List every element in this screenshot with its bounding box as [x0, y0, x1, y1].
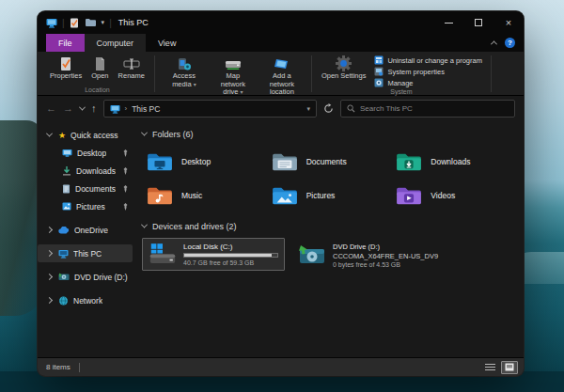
pin-icon [122, 203, 129, 211]
dvd-volume-label: CCCOMA_X64FRE_EN-US_DV9 [333, 252, 438, 260]
sidebar-item-downloads[interactable]: Downloads [38, 162, 133, 180]
local-disk-tile[interactable]: Local Disk (C:) 40.7 GB free of 59.3 GB [142, 238, 285, 271]
this-pc-icon [46, 18, 57, 28]
dvd-drive-icon [298, 244, 326, 267]
quick-access-toolbar: ▾ [70, 18, 105, 28]
access-media-icon [177, 55, 192, 71]
system-small-buttons: Uninstall or change a program System pro… [370, 54, 485, 87]
dvd-free-text: 0 bytes free of 4.53 GB [333, 261, 438, 268]
pin-icon [122, 149, 129, 157]
folder-tile-documents[interactable]: Documents [267, 146, 392, 177]
back-button[interactable]: ← [46, 103, 56, 114]
pictures-sidebar-icon [62, 202, 71, 211]
titlebar-separator2: | [109, 18, 112, 28]
properties-icon [59, 55, 72, 71]
search-input[interactable] [360, 104, 509, 113]
ribbon-group-system: Open Settings Uninstall or change a prog… [313, 54, 490, 95]
tab-file[interactable]: File [46, 34, 85, 52]
address-dropdown-icon[interactable]: ▾ [306, 105, 310, 113]
properties-button[interactable]: Properties [45, 54, 86, 81]
minimize-ribbon-icon[interactable] [491, 40, 497, 47]
qat-customize-caret-icon[interactable]: ▾ [102, 19, 105, 26]
drives-collapse-icon[interactable] [141, 222, 148, 228]
videos-folder-icon [395, 184, 423, 207]
quick-access-expand-icon[interactable] [45, 131, 52, 137]
pin-icon [122, 185, 129, 193]
sidebar-item-onedrive[interactable]: OneDrive [38, 221, 133, 239]
folder-tile-desktop[interactable]: Desktop [142, 146, 267, 177]
new-folder-shortcut-icon[interactable] [85, 18, 96, 27]
disk-usage-bar [183, 253, 278, 258]
downloads-folder-icon [395, 150, 423, 173]
dvd-drive-tile[interactable]: DVD Drive (D:) CCCOMA_X64FRE_EN-US_DV9 0… [298, 238, 438, 271]
add-network-location-button[interactable]: Add a network location [258, 54, 306, 97]
up-button[interactable]: ↑ [91, 103, 97, 114]
desktop-wallpaper: | ▾ | This PC × File Computer View [0, 0, 564, 392]
search-box[interactable] [340, 100, 515, 118]
title-bar[interactable]: | ▾ | This PC × [38, 11, 524, 34]
sidebar-item-this-pc[interactable]: This PC [38, 244, 133, 262]
open-settings-gear-icon [336, 55, 352, 71]
network-expand-icon[interactable] [45, 297, 52, 304]
large-icons-view-button[interactable] [501, 361, 518, 374]
file-explorer-window: | ▾ | This PC × File Computer View [38, 11, 524, 376]
dvd-expand-icon[interactable] [45, 274, 52, 280]
onedrive-icon [58, 227, 70, 234]
open-button[interactable]: Open [86, 54, 113, 81]
pin-icon [122, 167, 129, 175]
desktop-folder-icon [146, 150, 174, 173]
add-network-location-icon [274, 55, 290, 71]
folder-tile-videos[interactable]: Videos [391, 180, 516, 211]
minimize-button[interactable] [433, 11, 463, 34]
tab-view[interactable]: View [146, 34, 188, 52]
open-settings-button[interactable]: Open Settings [317, 54, 371, 81]
pictures-folder-icon [271, 184, 299, 207]
close-button[interactable]: × [494, 11, 524, 34]
access-media-caret-icon: ▾ [194, 82, 196, 87]
this-pc-expand-icon[interactable] [45, 250, 52, 257]
navigation-bar: ← → ↑ › This PC ▾ [38, 96, 524, 121]
ribbon-separator [154, 55, 155, 92]
sidebar-item-quick-access[interactable]: ★ Quick access [38, 126, 133, 144]
maximize-button[interactable] [463, 11, 494, 34]
uninstall-program-button[interactable]: Uninstall or change a program [374, 55, 481, 65]
documents-folder-icon [271, 150, 299, 173]
manage-button[interactable]: Manage [374, 78, 481, 87]
access-media-button[interactable]: Access media ▾ [160, 54, 209, 88]
folders-section-header[interactable]: Folders (6) [142, 127, 516, 141]
recent-locations-icon[interactable] [79, 104, 86, 111]
local-disk-free-text: 40.7 GB free of 59.3 GB [183, 259, 278, 266]
documents-sidebar-icon [62, 184, 70, 194]
system-properties-button[interactable]: System properties [374, 67, 481, 76]
address-bar[interactable]: › This PC ▾ [103, 100, 318, 118]
folder-tile-downloads[interactable]: Downloads [391, 146, 516, 177]
sidebar-item-dvd-drive[interactable]: DVD Drive (D:) CCCO [38, 268, 133, 286]
help-icon[interactable]: ? [505, 38, 515, 48]
tab-computer[interactable]: Computer [85, 34, 147, 52]
sidebar-item-network[interactable]: Network [38, 291, 133, 309]
onedrive-expand-icon[interactable] [45, 227, 52, 233]
folder-tile-pictures[interactable]: Pictures [267, 180, 392, 211]
properties-shortcut-icon[interactable] [70, 18, 79, 28]
breadcrumb-this-pc[interactable]: This PC [132, 104, 160, 114]
refresh-button[interactable] [323, 103, 334, 114]
sidebar-item-documents[interactable]: Documents [38, 180, 133, 197]
folders-collapse-icon[interactable] [141, 130, 148, 136]
network-icon [58, 296, 69, 306]
ribbon-separator2 [311, 55, 312, 92]
quick-access-star-icon: ★ [58, 131, 66, 140]
dvd-drive-sidebar-icon [58, 273, 70, 281]
ribbon-controls: ? [492, 34, 524, 52]
map-network-drive-button[interactable]: Map network drive ▾ [209, 54, 258, 97]
sidebar-item-desktop[interactable]: Desktop [38, 144, 133, 162]
folder-tile-music[interactable]: Music [142, 180, 267, 211]
folders-grid: Desktop Documents Downloads [142, 146, 516, 211]
sidebar-item-pictures[interactable]: Pictures [38, 197, 133, 215]
location-group-label: Location [45, 86, 149, 95]
drives-section-header[interactable]: Devices and drives (2) [142, 219, 516, 233]
forward-button[interactable]: → [63, 103, 73, 114]
rename-button[interactable]: Rename [114, 54, 149, 81]
local-disk-name: Local Disk (C:) [183, 243, 278, 251]
dvd-drive-name: DVD Drive (D:) [333, 243, 438, 251]
details-view-button[interactable] [481, 361, 498, 374]
